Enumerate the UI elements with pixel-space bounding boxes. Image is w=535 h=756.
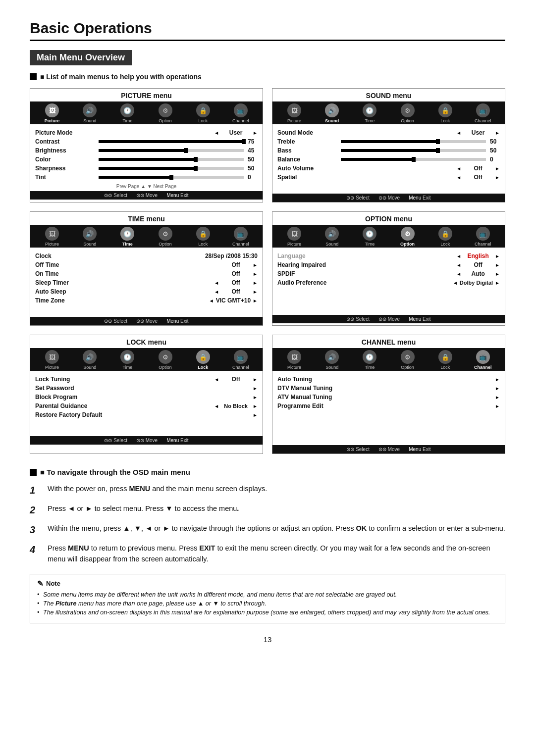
time-row-clock: Clock 28/Sep /2008 15:30 [35, 252, 258, 260]
sound-icon-picture: 🖼 Picture [285, 103, 304, 123]
sound-row-treble: Treble 50 [277, 137, 500, 146]
time-row-offtime: Off Time Off [35, 260, 258, 269]
time-icon-lock: 🔒 Lock [194, 227, 213, 247]
lock-row-restore: Restore Factory Default [35, 410, 258, 419]
channel-row-auto: Auto Tuning [277, 375, 500, 384]
icon-picture: 🖼 Picture [43, 103, 61, 123]
option-icon-lock: 🔒 Lock [436, 227, 455, 247]
picture-row-mode: Picture Mode User [35, 128, 258, 137]
option-menu-footer: ⊙⊙ Select ⊙⊙ Move Menu Exit [272, 315, 505, 323]
picture-menu: PICTURE menu 🖼 Picture 🔊 Sound 🕐 Time ⚙ … [30, 88, 263, 202]
channel-menu-rows: Auto Tuning DTV Manual Tuning ATV Manual… [272, 373, 505, 411]
time-icon-bar: 🖼 Picture 🔊 Sound 🕐 Time ⚙ Option 🔒 Lock… [30, 225, 263, 248]
prev-next-label: Prev Page ▲ ▼ Next Page [30, 184, 263, 189]
sound-row-autovol: Auto Volume Off [277, 164, 500, 173]
option-row-hearing: Hearing Impaired Off [277, 260, 500, 269]
picture-menu-title: PICTURE menu [30, 89, 263, 100]
icon-option: ⚙ Option [156, 103, 175, 123]
channel-row-dtv: DTV Manual Tuning [277, 384, 500, 393]
page-title: Basic Operations [30, 20, 505, 41]
nav-heading: ■ To navigate through the OSD main menu [30, 468, 505, 477]
nav-section: ■ To navigate through the OSD main menu … [30, 468, 505, 565]
time-icon-channel: 📺 Channel [231, 227, 250, 247]
sound-icon-bar: 🖼 Picture 🔊 Sound 🕐 Time ⚙ Option 🔒 Lock… [272, 101, 505, 124]
lock-row-block: Block Program [35, 393, 258, 402]
list-heading: ■ List of main menus to help you with op… [30, 72, 505, 81]
lock-icon-lock: 🔒 Lock [194, 350, 213, 370]
time-row-sleep: Sleep Timer Off [35, 278, 258, 287]
channel-row-programme: Programme Edit [277, 402, 500, 410]
page-number: 13 [30, 635, 505, 644]
lock-icon-sound: 🔊 Sound [80, 350, 99, 370]
menus-grid: PICTURE menu 🖼 Picture 🔊 Sound 🕐 Time ⚙ … [30, 88, 505, 454]
time-icon-option: ⚙ Option [156, 227, 175, 247]
sound-menu-rows: Sound Mode User Treble 50 Bass [272, 126, 505, 183]
option-icon-time: 🕐 Time [360, 227, 379, 247]
sound-icon-lock: 🔒 Lock [436, 103, 455, 123]
note-list: Some menu items may be different when th… [37, 591, 498, 616]
note-item-2: The Picture menu has more than one page,… [37, 600, 498, 607]
option-menu-title: OPTION menu [272, 212, 505, 223]
lock-menu-footer: ⊙⊙ Select ⊙⊙ Move Menu Exit [30, 436, 263, 445]
icon-time: 🕐 Time [118, 103, 137, 123]
sound-row-balance: Balance 0 [277, 155, 500, 164]
picture-row-brightness: Brightness 45 [35, 146, 258, 155]
option-menu-rows: Language English Hearing Impaired Off SP… [272, 250, 505, 288]
sound-row-bass: Bass 50 [277, 146, 500, 155]
nav-step-1: 1 With the power on, press MENU and the … [30, 484, 505, 498]
note-item-1: Some menu items may be different when th… [37, 591, 498, 598]
time-menu-footer: ⊙⊙ Select ⊙⊙ Move Menu Exit [30, 317, 263, 325]
time-row-ontime: On Time Off [35, 269, 258, 278]
channel-icon-channel: 📺 Channel [474, 350, 492, 370]
icon-channel: 📺 Channel [231, 103, 250, 123]
sound-icon-sound: 🔊 Sound [322, 103, 341, 123]
sound-menu-footer: ⊙⊙ Select ⊙⊙ Move Menu Exit [272, 194, 505, 202]
note-icon: ✎ [37, 579, 44, 588]
channel-row-atv: ATV Manual Tuning [277, 393, 500, 402]
channel-icon-option: ⚙ Option [398, 350, 417, 370]
note-header: ✎ Note [37, 579, 498, 588]
lock-menu-rows: Lock Tuning Off Set Password Block Progr… [30, 373, 263, 420]
picture-row-color: Color 50 [35, 155, 258, 164]
sound-icon-time: 🕐 Time [360, 103, 379, 123]
lock-row-parental: Parental Guidance No Block [35, 402, 258, 410]
lock-icon-picture: 🖼 Picture [43, 350, 61, 370]
picture-icon-bar: 🖼 Picture 🔊 Sound 🕐 Time ⚙ Option 🔒 Lock… [30, 101, 263, 124]
lock-icon-option: ⚙ Option [156, 350, 175, 370]
nav-step-3: 3 Within the menu, press ▲, ▼, ◄ or ► to… [30, 523, 505, 537]
time-row-autosleep: Auto Sleep Off [35, 287, 258, 296]
lock-row-tuning: Lock Tuning Off [35, 375, 258, 384]
sound-row-spatial: Spatial Off [277, 173, 500, 182]
lock-row-password: Set Password [35, 384, 258, 393]
picture-row-contrast: Contrast 75 [35, 137, 258, 146]
icon-lock: 🔒 Lock [194, 103, 213, 123]
option-menu: OPTION menu 🖼 Picture 🔊 Sound 🕐 Time ⚙ O… [272, 211, 505, 326]
black-square-icon [30, 73, 37, 80]
time-icon-picture: 🖼 Picture [43, 227, 61, 247]
sound-menu-title: SOUND menu [272, 89, 505, 100]
channel-menu-title: CHANNEL menu [272, 335, 505, 346]
picture-row-tint: Tint 0 [35, 173, 258, 182]
picture-row-sharpness: Sharpness 50 [35, 164, 258, 173]
option-row-audiopref: Audio Preference Dolby Digital [277, 278, 500, 287]
nav-steps: 1 With the power on, press MENU and the … [30, 484, 505, 565]
sound-menu: SOUND menu 🖼 Picture 🔊 Sound 🕐 Time ⚙ Op… [272, 88, 505, 202]
time-menu: TIME menu 🖼 Picture 🔊 Sound 🕐 Time ⚙ Opt… [30, 211, 263, 326]
channel-menu-footer: ⊙⊙ Select ⊙⊙ Move Menu Exit [272, 445, 505, 454]
lock-icon-time: 🕐 Time [118, 350, 137, 370]
section-header: Main Menu Overview [30, 50, 132, 65]
channel-icon-lock: 🔒 Lock [436, 350, 455, 370]
time-menu-rows: Clock 28/Sep /2008 15:30 Off Time Off On… [30, 250, 263, 306]
option-icon-picture: 🖼 Picture [285, 227, 304, 247]
option-icon-bar: 🖼 Picture 🔊 Sound 🕐 Time ⚙ Option 🔒 Lock… [272, 225, 505, 248]
note-box: ✎ Note Some menu items may be different … [30, 574, 505, 623]
sound-icon-channel: 📺 Channel [474, 103, 492, 123]
time-icon-time: 🕐 Time [118, 227, 137, 247]
channel-icon-sound: 🔊 Sound [322, 350, 341, 370]
lock-menu: LOCK menu 🖼 Picture 🔊 Sound 🕐 Time ⚙ Opt… [30, 335, 263, 454]
time-row-timezone: Time Zone VIC GMT+10 [35, 296, 258, 305]
nav-step-4: 4 Press MENU to return to previous menu.… [30, 543, 505, 565]
lock-icon-channel: 📺 Channel [231, 350, 250, 370]
nav-step-2: 2 Press ◄ or ► to select menu. Press ▼ t… [30, 504, 505, 517]
lock-menu-title: LOCK menu [30, 335, 263, 346]
